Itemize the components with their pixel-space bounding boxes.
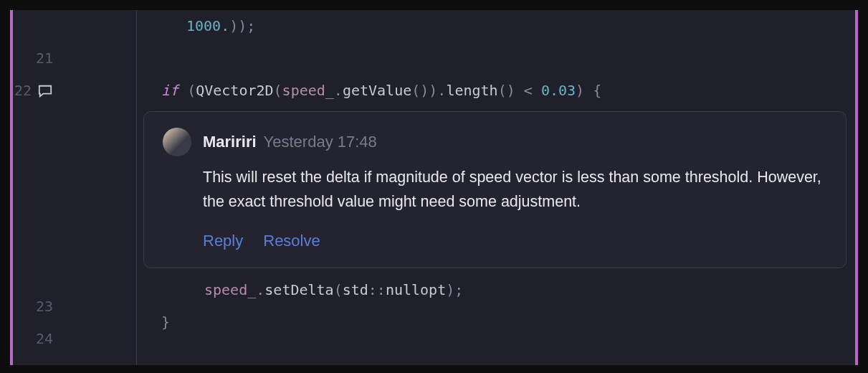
code-token-number: 0.03	[541, 82, 576, 99]
line-number-gutter: 21 22 23 24	[10, 10, 59, 365]
comment-header: Maririri Yesterday 17:48	[163, 128, 827, 156]
code-token-punct: ) {	[576, 82, 601, 99]
avatar[interactable]	[163, 128, 191, 156]
code-token-method: length	[446, 82, 497, 99]
gutter-row	[16, 10, 53, 42]
comment-body: This will reset the delta if magnitude o…	[203, 165, 827, 214]
inline-comment-card: Maririri Yesterday 17:48 This will reset…	[143, 111, 846, 268]
code-token-punct: );	[446, 281, 463, 298]
indent-guide	[136, 10, 137, 365]
line-number: 23	[36, 291, 53, 323]
author-line: Maririri Yesterday 17:48	[203, 133, 377, 151]
code-token-punct: ;	[247, 17, 255, 34]
comment-icon[interactable]	[37, 84, 53, 98]
comment-actions: Reply Resolve	[203, 232, 827, 250]
code-line-empty[interactable]	[65, 42, 858, 75]
code-token-brace: }	[161, 313, 170, 331]
comment-timestamp: Yesterday 17:48	[264, 133, 377, 151]
code-line[interactable]: if (QVector2D(speed_.getValue()).length(…	[65, 75, 858, 107]
code-line[interactable]: }	[65, 306, 858, 339]
code-editor: 21 22 23 24 1000.)); if (QVector2D(speed…	[10, 10, 858, 365]
gutter-row: 24	[16, 323, 53, 355]
code-line[interactable]: speed_.setDelta(std::nullopt);	[65, 274, 858, 306]
resolve-button[interactable]: Resolve	[263, 232, 320, 250]
code-token-punct: .	[256, 281, 264, 298]
code-token-number: 1000.	[186, 17, 229, 34]
code-token-method: setDelta	[264, 281, 333, 298]
code-token-variable: speed_	[204, 281, 256, 298]
code-token-identifier: nullopt	[386, 281, 446, 298]
gutter-spacer	[16, 107, 53, 291]
line-number: 22	[14, 75, 32, 107]
code-token-keyword: if	[161, 82, 178, 99]
code-token-punct: ()).	[411, 82, 446, 99]
code-token-operator: <	[524, 82, 533, 99]
code-token-punct: (	[178, 82, 196, 99]
gutter-row: 22	[16, 75, 53, 107]
code-token-variable: speed_	[282, 82, 334, 99]
comment-author[interactable]: Maririri	[203, 133, 257, 151]
code-token-method: getValue	[343, 82, 411, 99]
code-token-namespace: std	[343, 281, 368, 298]
gutter-row: 23	[16, 291, 53, 323]
code-line[interactable]: 1000.));	[65, 10, 858, 42]
code-token-punct: ()	[498, 82, 524, 99]
line-number: 24	[36, 323, 53, 355]
gutter-row: 21	[16, 42, 53, 75]
code-token-punct: (	[274, 82, 282, 99]
code-token-punct: ::	[368, 281, 386, 298]
code-token-punct: .	[334, 82, 343, 99]
code-token-type: QVector2D	[196, 82, 273, 99]
line-number: 21	[36, 42, 53, 75]
left-diff-marker	[10, 10, 13, 365]
code-area[interactable]: 1000.)); if (QVector2D(speed_.getValue()…	[59, 10, 858, 365]
code-token-punct: ))	[229, 17, 247, 34]
space	[533, 82, 541, 99]
reply-button[interactable]: Reply	[203, 232, 243, 250]
code-token-punct: (	[334, 281, 343, 298]
